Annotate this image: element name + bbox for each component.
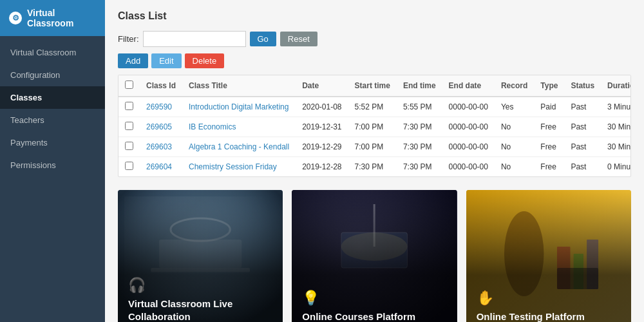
- cell-start-time: 5:52 PM: [348, 97, 397, 117]
- sidebar-nav: Virtual Classroom Configuration Classes …: [0, 36, 105, 176]
- cell-record: No: [495, 137, 534, 157]
- sidebar-title: Virtual Classroom: [27, 8, 96, 28]
- col-header-record: Record: [495, 75, 534, 97]
- cell-duration: 3 Minutes: [601, 97, 631, 117]
- cell-record: Yes: [495, 97, 534, 117]
- main-content: Class List Filter: Go Reset Add Edit Del…: [105, 0, 644, 322]
- col-header-class-title: Class Title: [182, 75, 296, 97]
- card-2-icon: 💡: [302, 290, 415, 307]
- cell-class-title[interactable]: Chemistry Session Friday: [182, 157, 296, 177]
- col-header-start-time: Start time: [348, 75, 397, 97]
- row-checkbox[interactable]: [125, 102, 133, 110]
- sidebar-item-permissions[interactable]: Permissions: [0, 154, 105, 176]
- cell-class-title[interactable]: Introduction Digital Marketing: [182, 97, 296, 117]
- cell-start-time: 7:00 PM: [348, 137, 397, 157]
- table-header-row: Class Id Class Title Date Start time End…: [118, 75, 631, 97]
- page-title: Class List: [118, 10, 631, 22]
- cell-status: Past: [564, 97, 601, 117]
- row-checkbox-cell: [118, 137, 140, 157]
- cell-class-title[interactable]: IB Economics: [182, 117, 296, 137]
- cell-date: 2020-01-08: [296, 97, 348, 117]
- cell-type: Paid: [534, 97, 564, 117]
- cards-row: 🎧 Virtual Classroom Live Collaboration: [118, 190, 631, 322]
- sidebar: ⚙ Virtual Classroom Virtual Classroom Co…: [0, 0, 105, 322]
- sidebar-item-teachers[interactable]: Teachers: [0, 109, 105, 131]
- cell-type: Free: [534, 117, 564, 137]
- sidebar-header[interactable]: ⚙ Virtual Classroom: [0, 0, 105, 36]
- filter-row: Filter: Go Reset: [118, 31, 631, 47]
- edit-button[interactable]: Edit: [151, 53, 181, 68]
- card-3-title: Online Testing Platform: [477, 310, 585, 323]
- row-checkbox-cell: [118, 97, 140, 117]
- reset-button[interactable]: Reset: [280, 32, 317, 46]
- cell-end-time: 7:30 PM: [397, 117, 442, 137]
- row-checkbox[interactable]: [125, 122, 133, 130]
- cell-start-time: 7:30 PM: [348, 157, 397, 177]
- cell-status: Past: [564, 157, 601, 177]
- table-body: 269590 Introduction Digital Marketing 20…: [118, 97, 631, 176]
- class-table: Class Id Class Title Date Start time End…: [118, 75, 631, 176]
- delete-button[interactable]: Delete: [185, 53, 225, 68]
- row-checkbox[interactable]: [125, 142, 133, 150]
- cell-start-time: 7:00 PM: [348, 117, 397, 137]
- select-all-checkbox[interactable]: [125, 80, 133, 89]
- cell-end-time: 5:55 PM: [397, 97, 442, 117]
- cell-status: Past: [564, 137, 601, 157]
- card-1-icon: 🎧: [128, 277, 272, 294]
- col-header-class-id: Class Id: [140, 75, 182, 97]
- cell-duration: 30 Minutes: [601, 117, 631, 137]
- row-checkbox-cell: [118, 117, 140, 137]
- col-header-end-time: End time: [397, 75, 442, 97]
- card-3-content: ✋ Online Testing Platform: [466, 281, 595, 323]
- cell-duration: 30 Minutes: [601, 137, 631, 157]
- filter-label: Filter:: [118, 34, 139, 44]
- cell-class-id: 269603: [140, 137, 182, 157]
- gear-icon: ⚙: [9, 12, 22, 24]
- table-row: 269604 Chemistry Session Friday 2019-12-…: [118, 157, 631, 177]
- table-row: 269590 Introduction Digital Marketing 20…: [118, 97, 631, 117]
- cell-class-title[interactable]: Algebra 1 Coaching - Kendall: [182, 137, 296, 157]
- sidebar-item-payments[interactable]: Payments: [0, 131, 105, 154]
- table-row: 269603 Algebra 1 Coaching - Kendall 2019…: [118, 137, 631, 157]
- cell-end-date: 0000-00-00: [442, 157, 495, 177]
- row-checkbox[interactable]: [125, 162, 133, 170]
- card-online-courses[interactable]: 💡 Online Courses Platform: [292, 190, 457, 322]
- cell-end-date: 0000-00-00: [442, 137, 495, 157]
- filter-input[interactable]: [143, 31, 246, 47]
- cell-end-date: 0000-00-00: [442, 117, 495, 137]
- row-checkbox-cell: [118, 157, 140, 177]
- cell-class-id: 269604: [140, 157, 182, 177]
- cell-record: No: [495, 157, 534, 177]
- cell-type: Free: [534, 157, 564, 177]
- cell-duration: 0 Minutes: [601, 157, 631, 177]
- card-online-testing[interactable]: ✋ Online Testing Platform: [466, 190, 631, 322]
- action-buttons: Add Edit Delete: [118, 53, 631, 68]
- cell-status: Past: [564, 117, 601, 137]
- card-2-title: Online Courses Platform: [302, 310, 415, 323]
- col-header-status: Status: [564, 75, 601, 97]
- cell-date: 2019-12-29: [296, 137, 348, 157]
- cell-class-id: 269605: [140, 117, 182, 137]
- table-row: 269605 IB Economics 2019-12-31 7:00 PM 7…: [118, 117, 631, 137]
- cell-end-time: 7:30 PM: [397, 157, 442, 177]
- card-2-content: 💡 Online Courses Platform: [292, 281, 426, 323]
- card-3-icon: ✋: [477, 290, 585, 307]
- cell-end-time: 7:30 PM: [397, 137, 442, 157]
- card-1-title: Virtual Classroom Live Collaboration: [128, 298, 272, 322]
- card-virtual-classroom[interactable]: 🎧 Virtual Classroom Live Collaboration: [118, 190, 283, 322]
- card-1-content: 🎧 Virtual Classroom Live Collaboration: [118, 268, 283, 322]
- cell-class-id: 269590: [140, 97, 182, 117]
- cell-date: 2019-12-31: [296, 117, 348, 137]
- sidebar-item-configuration[interactable]: Configuration: [0, 64, 105, 86]
- cell-record: No: [495, 117, 534, 137]
- sidebar-item-classes[interactable]: Classes: [0, 86, 105, 109]
- col-header-date: Date: [296, 75, 348, 97]
- header-checkbox-cell: [118, 75, 140, 97]
- add-button[interactable]: Add: [118, 53, 148, 68]
- cell-date: 2019-12-28: [296, 157, 348, 177]
- sidebar-item-virtual-classroom[interactable]: Virtual Classroom: [0, 41, 105, 64]
- class-table-wrapper: Class Id Class Title Date Start time End…: [118, 75, 631, 177]
- col-header-end-date: End date: [442, 75, 495, 97]
- col-header-type: Type: [534, 75, 564, 97]
- go-button[interactable]: Go: [250, 32, 276, 46]
